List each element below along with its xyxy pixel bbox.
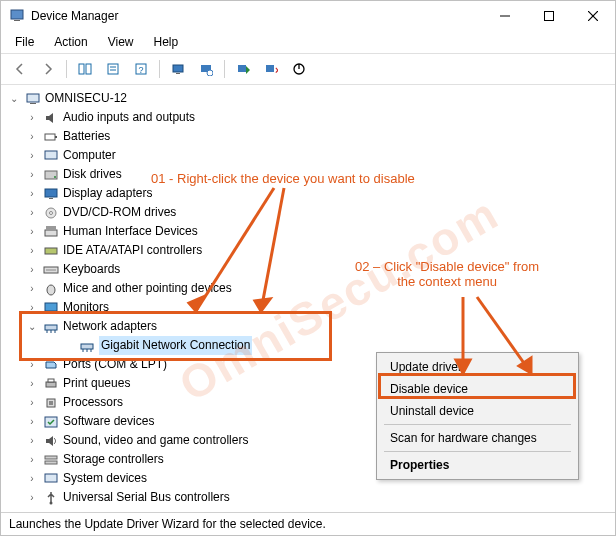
category-label: Sound, video and game controllers xyxy=(63,431,248,450)
category-node[interactable]: ›Audio inputs and outputs xyxy=(25,108,615,127)
category-node[interactable]: ›DVD/CD-ROM drives xyxy=(25,203,615,222)
context-uninstall-device[interactable]: Uninstall device xyxy=(380,400,575,422)
chevron-right-icon[interactable]: › xyxy=(25,127,39,146)
context-scan-hardware[interactable]: Scan for hardware changes xyxy=(380,427,575,449)
chevron-right-icon[interactable]: › xyxy=(25,260,39,279)
svg-rect-48 xyxy=(46,382,56,387)
svg-point-27 xyxy=(54,176,56,178)
chevron-right-icon[interactable]: › xyxy=(25,165,39,184)
category-node[interactable]: ›Display adapters xyxy=(25,184,615,203)
chevron-right-icon[interactable]: › xyxy=(25,374,39,393)
context-disable-device[interactable]: Disable device xyxy=(380,378,575,400)
category-node[interactable]: ›Monitors xyxy=(25,298,615,317)
menu-action[interactable]: Action xyxy=(46,33,95,51)
chevron-right-icon[interactable]: › xyxy=(25,450,39,469)
computer-icon xyxy=(25,91,41,107)
chevron-right-icon[interactable]: › xyxy=(25,298,39,317)
chevron-right-icon[interactable]: › xyxy=(25,393,39,412)
menu-file[interactable]: File xyxy=(7,33,42,51)
svg-rect-33 xyxy=(46,226,56,230)
svg-rect-14 xyxy=(176,73,180,74)
disable-button[interactable] xyxy=(286,56,312,82)
category-label: Keyboards xyxy=(63,260,120,279)
svg-rect-38 xyxy=(45,303,57,311)
category-icon xyxy=(43,395,59,411)
category-label: Network adapters xyxy=(63,317,157,336)
chevron-right-icon[interactable]: › xyxy=(25,488,39,507)
category-node[interactable]: ›Human Interface Devices xyxy=(25,222,615,241)
svg-rect-53 xyxy=(45,456,57,459)
context-separator xyxy=(384,451,571,452)
chevron-right-icon[interactable]: › xyxy=(25,355,39,374)
chevron-right-icon[interactable]: › xyxy=(25,222,39,241)
category-label: Processors xyxy=(63,393,123,412)
context-update-driver[interactable]: Update driver xyxy=(380,356,575,378)
category-label: Monitors xyxy=(63,298,109,317)
category-icon xyxy=(43,110,59,126)
chevron-right-icon[interactable]: › xyxy=(25,108,39,127)
menubar: File Action View Help xyxy=(1,31,615,53)
scan-hardware-button[interactable] xyxy=(165,56,191,82)
back-button[interactable] xyxy=(7,56,33,82)
chevron-right-icon[interactable]: › xyxy=(25,431,39,450)
maximize-button[interactable] xyxy=(527,1,571,31)
statusbar: Launches the Update Driver Wizard for th… xyxy=(1,512,615,535)
category-label: Human Interface Devices xyxy=(63,222,198,241)
root-node[interactable]: ⌄ OMNISECU-12 xyxy=(7,89,615,108)
close-button[interactable] xyxy=(571,1,615,31)
context-separator xyxy=(384,424,571,425)
chevron-right-icon[interactable]: › xyxy=(25,184,39,203)
category-icon xyxy=(43,433,59,449)
chevron-right-icon[interactable]: › xyxy=(25,241,39,260)
category-icon xyxy=(43,357,59,373)
svg-rect-18 xyxy=(266,65,274,72)
chevron-down-icon[interactable]: ⌄ xyxy=(25,317,39,336)
context-menu: Update driver Disable device Uninstall d… xyxy=(376,352,579,480)
svg-rect-40 xyxy=(45,325,57,330)
category-node[interactable]: ›Disk drives xyxy=(25,165,615,184)
category-node[interactable]: ›Batteries xyxy=(25,127,615,146)
uninstall-button[interactable]: × xyxy=(258,56,284,82)
device-manager-window: Device Manager File Action View Help ? xyxy=(0,0,616,536)
svg-rect-6 xyxy=(79,64,84,74)
svg-rect-22 xyxy=(30,103,36,104)
svg-rect-25 xyxy=(45,151,57,159)
svg-rect-29 xyxy=(49,198,53,199)
svg-rect-51 xyxy=(49,401,53,405)
svg-text:?: ? xyxy=(138,65,143,75)
svg-rect-17 xyxy=(238,65,246,72)
category-node[interactable]: ›IDE ATA/ATAPI controllers xyxy=(25,241,615,260)
show-hide-tree-button[interactable] xyxy=(72,56,98,82)
svg-rect-1 xyxy=(14,20,20,21)
chevron-right-icon[interactable]: › xyxy=(25,146,39,165)
category-icon xyxy=(43,471,59,487)
add-legacy-button[interactable] xyxy=(193,56,219,82)
category-node[interactable]: ›Keyboards xyxy=(25,260,615,279)
context-properties[interactable]: Properties xyxy=(380,454,575,476)
category-label: IDE ATA/ATAPI controllers xyxy=(63,241,202,260)
svg-point-31 xyxy=(50,211,53,214)
menu-help[interactable]: Help xyxy=(146,33,187,51)
help-button[interactable]: ? xyxy=(128,56,154,82)
svg-point-37 xyxy=(47,285,55,295)
category-node[interactable]: ›Computer xyxy=(25,146,615,165)
minimize-button[interactable] xyxy=(483,1,527,31)
chevron-down-icon[interactable]: ⌄ xyxy=(7,89,21,108)
category-node[interactable]: ›Mice and other pointing devices xyxy=(25,279,615,298)
chevron-right-icon[interactable]: › xyxy=(25,279,39,298)
category-node[interactable]: ›Universal Serial Bus controllers xyxy=(25,488,615,507)
toolbar-separator xyxy=(224,60,225,78)
category-icon xyxy=(43,376,59,392)
menu-view[interactable]: View xyxy=(100,33,142,51)
chevron-right-icon[interactable]: › xyxy=(25,412,39,431)
category-node[interactable]: ⌄Network adapters xyxy=(25,317,615,336)
properties-button[interactable] xyxy=(100,56,126,82)
chevron-right-icon[interactable]: › xyxy=(25,203,39,222)
chevron-right-icon[interactable]: › xyxy=(25,469,39,488)
category-label: Batteries xyxy=(63,127,110,146)
window-title: Device Manager xyxy=(31,9,118,23)
update-driver-button[interactable] xyxy=(230,56,256,82)
forward-button[interactable] xyxy=(35,56,61,82)
category-icon xyxy=(43,148,59,164)
toolbar-separator xyxy=(66,60,67,78)
